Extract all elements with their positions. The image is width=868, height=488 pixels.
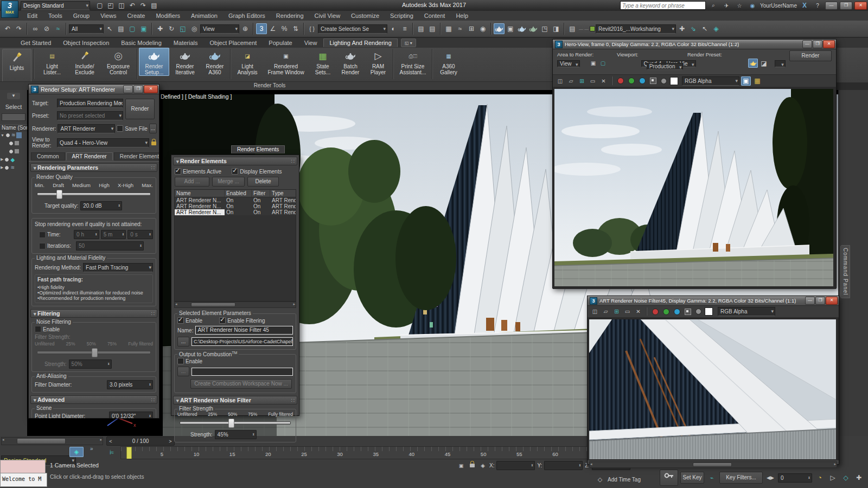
frame-indicator-box[interactable]: < 0 / 100 > bbox=[106, 436, 175, 446]
element-path-browse-button[interactable]: ... bbox=[177, 337, 189, 346]
dialog-maximize-button[interactable]: ❐ bbox=[133, 85, 143, 93]
explorer-search-input[interactable] bbox=[2, 113, 25, 121]
percent-snap-icon[interactable]: % bbox=[279, 23, 290, 34]
edit-region-icon[interactable]: ▣ bbox=[589, 59, 598, 68]
copy-preset-icon[interactable]: ◪ bbox=[759, 59, 769, 68]
tab-object-inspection[interactable]: Object Inspection bbox=[58, 39, 114, 47]
quality-slider[interactable] bbox=[37, 192, 151, 196]
y-coordinate-field[interactable] bbox=[544, 461, 583, 470]
align-icon[interactable]: ≡ bbox=[399, 23, 410, 34]
enable-filtering-checkbox[interactable] bbox=[219, 317, 226, 324]
green-channel-icon[interactable] bbox=[661, 306, 671, 317]
tab-object-placement[interactable]: Object Placement bbox=[204, 39, 262, 47]
light-analysis-button[interactable]: ◪ LightAnalysis bbox=[232, 48, 263, 76]
named-selection-field[interactable]: Create Selection Se bbox=[318, 24, 387, 34]
expand-icon[interactable]: ▶ bbox=[1, 157, 3, 162]
angle-snap-icon[interactable]: ∠ bbox=[267, 23, 278, 34]
monochrome-icon[interactable] bbox=[694, 306, 703, 317]
communication-icon[interactable]: ✈ bbox=[721, 0, 732, 11]
pan-view-icon[interactable]: ✚ bbox=[853, 472, 864, 483]
filtering-rollout[interactable]: Filtering bbox=[30, 309, 157, 318]
app-minimize-button[interactable]: — bbox=[825, 2, 838, 10]
isolate-selection-icon[interactable]: ▣ bbox=[457, 461, 465, 470]
tab-common[interactable]: Common bbox=[31, 152, 65, 160]
mini-curve-toggle-icon[interactable]: i≈ bbox=[106, 447, 117, 458]
render-preset-dropdown[interactable] bbox=[775, 60, 786, 67]
rfw-bottom-scrollbar[interactable] bbox=[589, 461, 837, 468]
menu-help[interactable]: Help bbox=[450, 12, 474, 20]
noise-strength-spinner[interactable]: 45% bbox=[215, 430, 257, 439]
explorer-row[interactable]: ▶ ≋ bbox=[0, 164, 27, 172]
tab-materials[interactable]: Materials bbox=[168, 39, 203, 47]
bind-spacewarp-icon[interactable]: ≈ bbox=[53, 23, 63, 34]
view-to-render-dropdown[interactable]: Quad 4 - Hero-View bbox=[57, 138, 149, 147]
undo-icon-title[interactable]: ↶ bbox=[127, 0, 138, 11]
rfw-maximize-button[interactable]: ❐ bbox=[813, 40, 822, 48]
target-quality-spinner[interactable]: 20.0 dB bbox=[80, 201, 122, 210]
menu-create[interactable]: Create bbox=[122, 12, 150, 20]
explorer-row[interactable]: ▼ ≋ bbox=[0, 131, 27, 139]
help-icon[interactable]: ? bbox=[812, 0, 823, 11]
timeline-playhead[interactable] bbox=[126, 447, 132, 459]
explorer-collapse-icon[interactable]: ▼ bbox=[7, 93, 20, 99]
grab-viewport-icon[interactable]: ◨ bbox=[551, 23, 561, 34]
select-move-icon[interactable]: ✚ bbox=[155, 23, 165, 34]
element-enable-checkbox[interactable] bbox=[177, 317, 184, 324]
menu-tools[interactable]: Tools bbox=[43, 12, 68, 20]
green-channel-icon[interactable] bbox=[627, 75, 636, 86]
current-frame-spinner[interactable]: 0 bbox=[778, 473, 812, 483]
app-close-button[interactable]: ✕ bbox=[854, 2, 867, 10]
channel-display-dropdown[interactable]: RGB Alpha bbox=[682, 76, 739, 86]
tab-basic-modeling[interactable]: Basic Modeling bbox=[116, 39, 167, 47]
auto-key-icon[interactable]: ⌁ bbox=[706, 472, 717, 483]
elements-active-checkbox[interactable] bbox=[175, 168, 181, 175]
add-time-tag[interactable]: Add Time Tag bbox=[608, 477, 641, 483]
workspace-icon[interactable]: ◈ bbox=[69, 447, 84, 457]
clone-window-icon[interactable]: ⊞ bbox=[612, 307, 621, 316]
delete-element-button[interactable]: Delete bbox=[247, 177, 279, 187]
renderer-dropdown[interactable]: ART Renderer bbox=[58, 124, 115, 133]
time-hours-spinner[interactable]: 0 h bbox=[74, 230, 99, 239]
noise-strength-slider[interactable] bbox=[180, 421, 291, 425]
rendered-frame-window-icon[interactable]: ▣ bbox=[505, 23, 516, 34]
preset-dropdown[interactable]: No preset selected bbox=[57, 111, 123, 120]
menu-edit[interactable]: Edit bbox=[22, 12, 43, 20]
strength-spinner[interactable]: 50% bbox=[69, 359, 112, 369]
merge-element-button[interactable]: Merge ... bbox=[212, 177, 245, 187]
rendering-parameters-rollout[interactable]: Rendering Parameters bbox=[30, 163, 157, 172]
redo-icon-title[interactable]: ↷ bbox=[138, 0, 149, 11]
select-object-icon[interactable]: ↖ bbox=[104, 23, 115, 34]
eye-icon[interactable] bbox=[9, 149, 14, 154]
tab-lighting-and-rendering[interactable]: Lighting And Rendering bbox=[323, 38, 397, 47]
dialog-minimize-button[interactable]: — bbox=[123, 85, 133, 93]
redo-icon[interactable]: ↷ bbox=[14, 23, 24, 34]
combustion-enable-checkbox[interactable] bbox=[177, 358, 184, 364]
app-logo[interactable]: 3 MAX bbox=[1, 1, 18, 18]
a360-gallery-button[interactable]: ▦ A360Gallery bbox=[434, 48, 463, 76]
art-noise-filter-rollout[interactable]: ART Renderer Noise Filter bbox=[173, 396, 297, 404]
rendered-frame-window-button[interactable]: ▣ RenderedFrame Window bbox=[263, 48, 309, 76]
red-channel-icon[interactable] bbox=[650, 306, 660, 317]
copy-image-icon[interactable]: ▱ bbox=[601, 307, 610, 316]
window-crossing-icon[interactable]: ▣ bbox=[138, 23, 149, 34]
exchange-icon[interactable]: X bbox=[799, 0, 810, 11]
tab-view[interactable]: View bbox=[299, 39, 323, 47]
clone-window-icon[interactable]: ⊞ bbox=[577, 76, 586, 86]
search-input[interactable] bbox=[620, 1, 706, 10]
abc-importer-icon[interactable]: ◳ bbox=[539, 23, 550, 34]
set-key-mode-button[interactable]: Set Key bbox=[680, 472, 704, 484]
display-elements-checkbox[interactable] bbox=[232, 168, 238, 175]
material-editor-icon[interactable]: ◉ bbox=[477, 23, 488, 34]
edit-named-selections-icon[interactable]: { } bbox=[307, 23, 317, 34]
render-elements-panel[interactable]: Render Elements Render Elements Elements… bbox=[171, 155, 299, 416]
timeline[interactable]: 05 1015 2025 3035 4045 5055 6065 bbox=[120, 446, 588, 459]
menu-content[interactable]: Content bbox=[419, 12, 451, 20]
point-light-diameter-spinner[interactable]: 0'0 12/32" bbox=[109, 412, 153, 419]
ribbon-collapse-icon[interactable]: ◱ ▾ bbox=[401, 38, 416, 47]
save-file-checkbox[interactable] bbox=[117, 125, 123, 132]
ram-player-button[interactable]: ▷ RAMPlayer bbox=[365, 48, 392, 76]
select-rotate-icon[interactable]: ↻ bbox=[166, 23, 177, 34]
new-file-icon[interactable]: ▢ bbox=[94, 0, 105, 11]
scene-explorer-icon[interactable]: ▤ bbox=[427, 23, 438, 34]
viewport-h-scrollbar[interactable] bbox=[1, 437, 103, 445]
